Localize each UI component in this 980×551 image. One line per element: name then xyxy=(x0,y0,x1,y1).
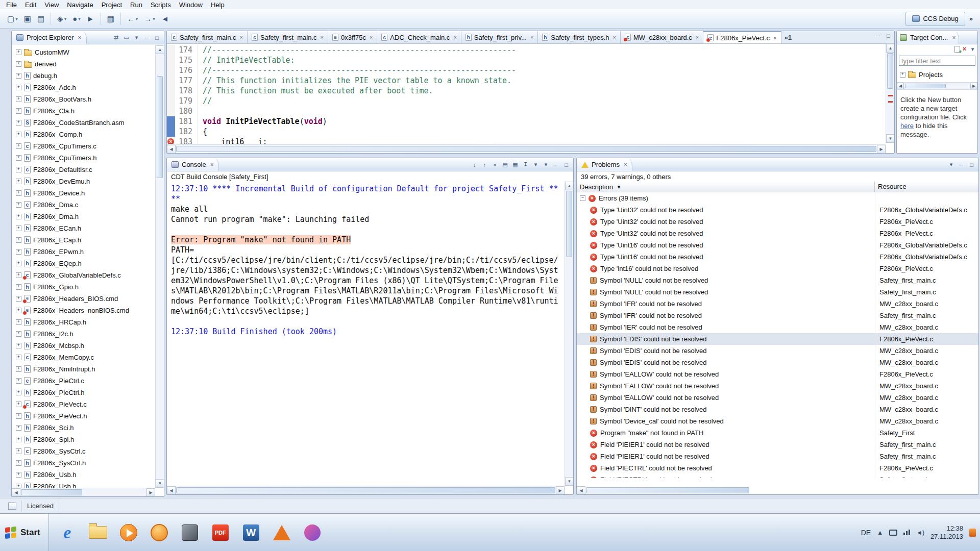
expander-icon[interactable]: + xyxy=(16,261,21,266)
maximize-icon[interactable]: □ xyxy=(968,162,975,168)
expander-icon[interactable]: + xyxy=(16,319,21,325)
problem-row[interactable]: ×Field 'PIEIER1' could not be resolvedSa… xyxy=(577,450,978,462)
resource-column-header[interactable]: Resource xyxy=(875,182,978,192)
problem-row[interactable]: !Symbol 'EALLOW' could not be resolvedF2… xyxy=(577,368,978,380)
tree-item[interactable]: +hF2806x_ECan.h xyxy=(12,222,155,234)
description-column-header[interactable]: Description▾ xyxy=(577,182,875,192)
expander-icon[interactable]: + xyxy=(16,378,21,384)
tray-badge-icon[interactable] xyxy=(969,529,976,537)
expander-icon[interactable]: + xyxy=(16,448,21,454)
volume-icon[interactable]: ◄) xyxy=(916,529,924,536)
clock[interactable]: 12:38 27.11.2013 xyxy=(930,524,963,541)
tree-item[interactable]: +hF2806x_Sci.h xyxy=(12,422,155,434)
problem-row[interactable]: !Symbol 'IER' could not be resolvedMW_c2… xyxy=(577,321,978,333)
close-icon[interactable]: × xyxy=(530,34,533,40)
menu-navigate[interactable]: Navigate xyxy=(63,1,97,9)
editor-tab[interactable]: hSafety_first_types.h× xyxy=(538,31,621,43)
tree-item[interactable]: +hF2806x_Mcbsp.h xyxy=(12,340,155,352)
tree-item[interactable]: +hF2806x_Cla.h xyxy=(12,105,155,117)
target-configurations-tab[interactable]: Target Con... × xyxy=(897,31,959,44)
expander-icon[interactable]: + xyxy=(16,249,21,255)
problem-row[interactable]: ×Program "make" not found in PATHSafety_… xyxy=(577,427,978,439)
problem-row[interactable]: ×Type 'Uint32' could not be resolvedF280… xyxy=(577,204,978,216)
perspective-overflow-icon[interactable]: » xyxy=(969,15,973,22)
menu-edit[interactable]: Edit xyxy=(21,1,40,9)
view-menu-icon[interactable]: ▾ xyxy=(947,161,955,168)
scroll-left-arrow-icon[interactable]: ◀ xyxy=(577,486,585,495)
problem-row[interactable]: ×Field 'PIECTRL' could not be resolvedF2… xyxy=(577,462,978,474)
remove-console-icon[interactable]: × xyxy=(491,162,499,168)
scroll-thumb[interactable] xyxy=(566,191,572,257)
expander-icon[interactable]: + xyxy=(16,272,21,278)
problem-row[interactable]: !Symbol 'EDIS' could not be resolvedF280… xyxy=(577,333,978,345)
expander-icon[interactable]: + xyxy=(16,472,21,478)
expander-icon[interactable]: + xyxy=(16,437,21,442)
editor-tab[interactable]: ≡0x3ff75c× xyxy=(328,31,377,43)
network-icon[interactable] xyxy=(903,530,910,535)
editor-tab[interactable]: cMW_c28xx_board.c× xyxy=(621,31,703,43)
minimize-icon[interactable]: ─ xyxy=(143,35,151,41)
tree-item[interactable]: +cF2806x_PieVect.c xyxy=(12,398,155,410)
console-horizontal-scrollbar[interactable]: ◀ ▶ xyxy=(167,486,565,494)
tree-item[interactable]: +hF2806x_EPwm.h xyxy=(12,246,155,258)
display-console-icon[interactable]: ▾ xyxy=(532,161,540,168)
problem-row[interactable]: !Symbol 'IFR' could not be resolvedSafet… xyxy=(577,310,978,321)
scroll-up-arrow-icon[interactable]: ▲ xyxy=(156,45,164,54)
editor-horizontal-scrollbar[interactable]: ◀ ▶ xyxy=(167,144,886,153)
tree-item[interactable]: +hdebug.h xyxy=(12,70,155,82)
close-icon[interactable]: × xyxy=(370,34,373,40)
tree-item[interactable]: +hF2806x_HRCap.h xyxy=(12,316,155,328)
dropdown-arrow-icon[interactable]: ▾ xyxy=(153,16,155,21)
menu-run[interactable]: Run xyxy=(126,1,146,9)
minimize-icon[interactable]: ─ xyxy=(958,162,965,168)
close-icon[interactable]: × xyxy=(952,34,955,41)
tree-item[interactable]: +hF2806x_I2c.h xyxy=(12,328,155,340)
collapse-icon[interactable]: − xyxy=(580,195,585,201)
scroll-right-arrow-icon[interactable]: ▶ xyxy=(970,83,977,89)
menu-window[interactable]: Window xyxy=(175,1,207,9)
scroll-thumb[interactable] xyxy=(887,53,893,89)
problem-row[interactable]: !Symbol 'EDIS' could not be resolvedMW_c… xyxy=(577,345,978,357)
expander-icon[interactable]: + xyxy=(16,460,21,466)
scroll-thumb[interactable] xyxy=(586,487,749,493)
matlab-icon[interactable] xyxy=(271,519,293,546)
tree-item[interactable]: +hF2806x_Gpio.h xyxy=(12,281,155,293)
navigate-forward-icon[interactable]: →▾ xyxy=(141,12,158,26)
scroll-left-arrow-icon[interactable]: ◀ xyxy=(897,83,904,89)
tree-item[interactable]: +hF2806x_SysCtrl.h xyxy=(12,457,155,469)
close-icon[interactable]: × xyxy=(696,34,699,40)
maximize-icon[interactable]: □ xyxy=(153,35,161,41)
console-vertical-scrollbar[interactable]: ▲ ▼ xyxy=(565,182,573,486)
new-icon[interactable]: ▢▾ xyxy=(5,12,20,26)
editor-tab[interactable]: cADC_Check_main.c× xyxy=(377,31,461,43)
close-icon[interactable]: × xyxy=(240,34,243,40)
tree-item[interactable]: +cF2806x_Dma.c xyxy=(12,199,155,211)
minimize-icon[interactable]: ─ xyxy=(874,33,882,39)
problem-row[interactable]: !Symbol 'NULL' could not be resolvedSafe… xyxy=(577,274,978,286)
scroll-right-arrow-icon[interactable]: ▶ xyxy=(556,486,565,495)
problem-row[interactable]: !Symbol 'IFR' could not be resolvedMW_c2… xyxy=(577,298,978,310)
tree-item[interactable]: +cF2806x_DefaultIsr.c xyxy=(12,164,155,176)
close-icon[interactable]: × xyxy=(624,161,627,168)
expander-icon[interactable]: + xyxy=(16,284,21,290)
expander-icon[interactable]: + xyxy=(16,108,21,114)
orange-app-icon[interactable] xyxy=(148,519,170,546)
maximize-icon[interactable]: □ xyxy=(562,162,570,168)
problem-row[interactable]: ×Field 'PIEIER1' could not be resolvedSa… xyxy=(577,439,978,450)
tree-item[interactable]: +hF2806x_Adc.h xyxy=(12,82,155,93)
problem-row[interactable]: ×Type 'Uint16' could not be resolvedF280… xyxy=(577,239,978,251)
view-menu-icon[interactable]: ▾ xyxy=(969,46,976,53)
problems-group-row[interactable]: −×Errors (39 items) xyxy=(577,192,978,204)
scroll-right-arrow-icon[interactable]: ▶ xyxy=(576,486,577,495)
tray-expand-icon[interactable]: ▲ xyxy=(877,529,883,536)
scroll-thumb[interactable] xyxy=(176,146,876,152)
close-icon[interactable]: × xyxy=(321,34,324,40)
expander-icon[interactable]: + xyxy=(16,132,21,137)
tree-item[interactable]: +hF2806x_BootVars.h xyxy=(12,93,155,105)
scroll-thumb[interactable] xyxy=(176,487,555,493)
error-overview-mark[interactable] xyxy=(888,95,893,96)
maximize-icon[interactable]: □ xyxy=(885,33,892,39)
explorer-horizontal-scrollbar[interactable]: ◀ ▶ xyxy=(12,488,155,496)
problem-row[interactable]: !Symbol 'EALLOW' could not be resolvedMW… xyxy=(577,380,978,392)
tree-item[interactable]: +≡F2806x_Headers_BIOS.cmd xyxy=(12,293,155,305)
